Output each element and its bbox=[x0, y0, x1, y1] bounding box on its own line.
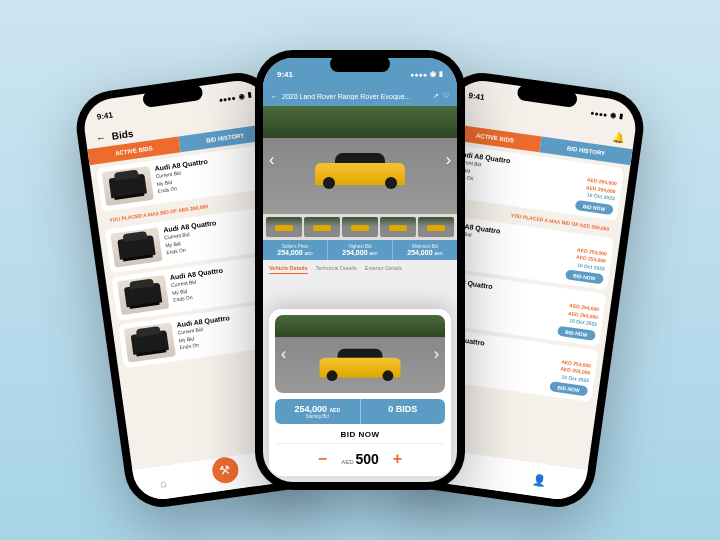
wifi-icon: ◉ bbox=[610, 111, 617, 120]
tab-exterior-details[interactable]: Exterior Details bbox=[365, 265, 402, 274]
detail-title: 2020 Land Rover Range Rover Evoque... bbox=[282, 93, 429, 100]
notification-icon[interactable]: 🔔 bbox=[611, 131, 624, 144]
screen-detail: 9:41 ●●●● ◉ ▮ ← 2020 Land Rover Range Ro… bbox=[263, 58, 457, 482]
back-icon[interactable]: ← bbox=[271, 93, 278, 100]
status-time: 9:41 bbox=[277, 70, 293, 79]
wifi-icon: ◉ bbox=[238, 92, 245, 101]
detail-header: ← 2020 Land Rover Range Rover Evoque... … bbox=[263, 86, 457, 106]
nav-gavel-icon[interactable]: ⚒ bbox=[211, 455, 240, 484]
increment-button[interactable]: + bbox=[393, 450, 402, 468]
status-time: 9:41 bbox=[96, 110, 113, 121]
signal-icon: ●●●● bbox=[410, 71, 427, 78]
wifi-icon: ◉ bbox=[430, 70, 436, 78]
bid-card-image bbox=[124, 322, 176, 362]
sellers-price: Seller's Price 254,000 AED bbox=[263, 240, 328, 260]
page-title: Bids bbox=[111, 128, 134, 142]
starting-bid: 254,000 AED Starting Bid bbox=[275, 399, 360, 424]
bid-now-button[interactable]: BID NOW bbox=[575, 199, 614, 214]
bid-amount: AED500 bbox=[341, 450, 379, 468]
bid-now-label: BID NOW bbox=[275, 424, 445, 444]
modal-hero-image: ‹ › bbox=[275, 315, 445, 393]
modal-prev-icon[interactable]: ‹ bbox=[281, 345, 286, 363]
bid-now-button[interactable]: BID NOW bbox=[565, 269, 604, 284]
modal-next-icon[interactable]: › bbox=[434, 345, 439, 363]
battery-icon: ▮ bbox=[247, 91, 252, 99]
car-image bbox=[315, 151, 405, 189]
signal-icon: ●●●● bbox=[218, 94, 236, 103]
nav-home-icon[interactable]: ⌂ bbox=[155, 475, 171, 491]
bid-count: 0 BIDS bbox=[361, 399, 446, 424]
status-time: 9:41 bbox=[468, 90, 485, 101]
modal-stats: 254,000 AED Starting Bid 0 BIDS bbox=[275, 399, 445, 424]
bid-card-image bbox=[110, 227, 162, 267]
thumbnail[interactable] bbox=[266, 217, 302, 237]
car-image bbox=[320, 347, 401, 381]
ends-on-label: Ends On bbox=[157, 185, 177, 194]
tab-technical-details[interactable]: Technical Details bbox=[316, 265, 357, 274]
nav-profile-icon[interactable]: 👤 bbox=[532, 472, 548, 488]
hero-next-icon[interactable]: › bbox=[446, 151, 451, 169]
hero-image: ‹ › bbox=[263, 106, 457, 214]
thumbnail[interactable] bbox=[418, 217, 454, 237]
minimum-bid: Minimum Bid 254,000 AED bbox=[393, 240, 457, 260]
share-icon[interactable]: ↗ bbox=[433, 92, 439, 100]
decrement-button[interactable]: − bbox=[318, 450, 327, 468]
battery-icon: ▮ bbox=[439, 70, 443, 78]
highest-bid: Highest Bid 254,000 AED bbox=[328, 240, 393, 260]
detail-tabs: Vehicle Details Technical Details Exteri… bbox=[263, 260, 457, 279]
thumbnail[interactable] bbox=[380, 217, 416, 237]
bid-modal: ✕ ‹ › 254,000 AED Starting Bid 0 BI bbox=[269, 309, 451, 476]
battery-icon: ▮ bbox=[619, 112, 624, 120]
hero-prev-icon[interactable]: ‹ bbox=[269, 151, 274, 169]
back-icon[interactable]: ← bbox=[95, 132, 106, 144]
price-bar: Seller's Price 254,000 AED Highest Bid 2… bbox=[263, 240, 457, 260]
thumbnail-strip bbox=[263, 214, 457, 240]
phone-center: 9:41 ●●●● ◉ ▮ ← 2020 Land Rover Range Ro… bbox=[255, 50, 465, 490]
heart-icon[interactable]: ♡ bbox=[443, 92, 449, 100]
status-indicators: ●●●● ◉ ▮ bbox=[590, 108, 624, 121]
thumbnail[interactable] bbox=[304, 217, 340, 237]
bid-card-image bbox=[102, 166, 154, 206]
bid-card-info: Audi A8 Quattro Current Bid My Bid Ends … bbox=[154, 150, 267, 199]
signal-icon: ●●●● bbox=[590, 109, 608, 118]
status-indicators: ●●●● ◉ ▮ bbox=[410, 70, 443, 78]
bid-now-button[interactable]: BID NOW bbox=[549, 381, 588, 396]
bid-card-image bbox=[117, 275, 169, 315]
status-indicators: ●●●● ◉ ▮ bbox=[218, 91, 252, 104]
bid-stepper: − AED500 + bbox=[275, 444, 445, 470]
thumbnail[interactable] bbox=[342, 217, 378, 237]
bid-now-button[interactable]: BID NOW bbox=[557, 325, 596, 340]
tab-vehicle-details[interactable]: Vehicle Details bbox=[269, 265, 308, 274]
notch bbox=[330, 56, 390, 72]
